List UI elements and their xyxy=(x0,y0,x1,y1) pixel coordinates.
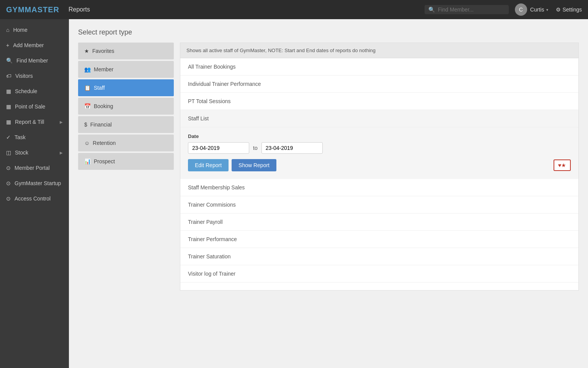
report-layout: ★ Favorites 👥 Member 📋 Staff 📅 Booking $ xyxy=(78,43,579,291)
sidebar-item-label: Add Member xyxy=(13,42,44,48)
settings-button[interactable]: ⚙ Settings xyxy=(554,7,582,13)
sidebar-item-add-member[interactable]: + Add Member xyxy=(0,38,69,53)
sidebar-item-label: Member Portal xyxy=(15,165,50,171)
sidebar-item-gymmaster-startup[interactable]: ⊙ GymMaster Startup xyxy=(0,176,69,191)
chevron-down-icon[interactable]: ▾ xyxy=(546,8,548,12)
search-icon: 🔍 xyxy=(6,58,13,64)
home-icon: ⌂ xyxy=(6,27,9,33)
sidebar-item-visitors[interactable]: 🏷 Visitors xyxy=(0,68,69,84)
date-end-input[interactable] xyxy=(261,142,323,154)
sidebar: ⌂ Home + Add Member 🔍 Find Member 🏷 Visi… xyxy=(0,19,69,368)
topnav: GYMMASTER Reports 🔍 C Curtis ▾ ⚙ Setting… xyxy=(0,0,588,19)
pos-icon: ▦ xyxy=(6,104,11,110)
settings-label: Settings xyxy=(562,7,582,13)
gear-icon: ⚙ xyxy=(556,7,561,13)
stock-icon: ◫ xyxy=(6,150,11,156)
avatar: C xyxy=(515,3,527,16)
sidebar-item-access-control[interactable]: ⊙ Access Control xyxy=(0,191,69,206)
logo-master: MASTER xyxy=(25,5,59,14)
report-menu-item-financial[interactable]: $ Financial xyxy=(78,116,174,133)
report-menu-item-booking[interactable]: 📅 Booking xyxy=(78,98,174,115)
report-menu: ★ Favorites 👥 Member 📋 Staff 📅 Booking $ xyxy=(78,43,174,291)
user-name: Curtis xyxy=(530,7,544,13)
search-input[interactable] xyxy=(438,7,505,13)
dollar-icon: $ xyxy=(84,122,87,128)
report-menu-item-prospect[interactable]: 📊 Prospect xyxy=(78,153,174,170)
sidebar-item-member-portal[interactable]: ⊙ Member Portal xyxy=(0,160,69,176)
search-icon: 🔍 xyxy=(428,7,435,13)
report-menu-item-retention[interactable]: ☺ Retention xyxy=(78,135,174,151)
check-icon: ✓ xyxy=(6,134,11,140)
chevron-right-icon: ▶ xyxy=(60,151,63,155)
staff-icon: 📋 xyxy=(84,85,91,91)
date-section: Date to Edit Report Show Report ♥★ xyxy=(180,127,578,179)
sidebar-item-label: Point of Sale xyxy=(15,104,45,110)
page-title: Reports xyxy=(69,6,90,13)
main-content: Select report type ★ Favorites 👥 Member … xyxy=(69,19,588,368)
user-area: C Curtis ▾ xyxy=(515,3,549,16)
date-to-label: to xyxy=(253,145,258,151)
report-list-item-trainer-performance[interactable]: Trainer Performance xyxy=(180,231,578,248)
sidebar-item-label: Find Member xyxy=(16,58,48,64)
report-list-item-all-trainer-bookings[interactable]: All Trainer Bookings xyxy=(180,58,578,76)
report-list-item-trainer-saturation[interactable]: Trainer Saturation xyxy=(180,248,578,265)
sidebar-item-label: Visitors xyxy=(15,73,33,79)
show-report-button[interactable]: Show Report xyxy=(232,159,276,171)
report-menu-label: Favorites xyxy=(92,48,114,54)
report-list-item-trainer-payroll[interactable]: Trainer Payroll xyxy=(180,214,578,231)
report-menu-item-member[interactable]: 👥 Member xyxy=(78,61,174,78)
member-icon: 👥 xyxy=(84,66,91,72)
report-list-item-trainer-commisions[interactable]: Trainer Commisions xyxy=(180,196,578,214)
plus-icon: + xyxy=(6,42,9,48)
sidebar-item-label: Report & Till xyxy=(15,119,44,125)
lock-icon: ⊙ xyxy=(6,196,11,202)
prospect-icon: 📊 xyxy=(84,158,91,164)
report-list-item-staff-membership-sales[interactable]: Staff Membership Sales xyxy=(180,179,578,196)
report-menu-label: Member xyxy=(94,66,113,72)
sidebar-item-task[interactable]: ✓ Task xyxy=(0,130,69,145)
sidebar-item-label: Schedule xyxy=(15,88,37,94)
sidebar-item-label: GymMaster Startup xyxy=(15,180,61,186)
edit-report-button[interactable]: Edit Report xyxy=(188,159,229,171)
star-icon: ★ xyxy=(84,48,89,54)
startup-icon: ⊙ xyxy=(6,180,11,186)
chevron-right-icon: ▶ xyxy=(60,120,63,124)
sidebar-item-home[interactable]: ⌂ Home xyxy=(0,22,69,38)
report-menu-item-staff[interactable]: 📋 Staff xyxy=(78,79,174,96)
sidebar-item-point-of-sale[interactable]: ▦ Point of Sale xyxy=(0,99,69,114)
sidebar-item-schedule[interactable]: ▦ Schedule xyxy=(0,84,69,99)
favorite-button[interactable]: ♥★ xyxy=(554,159,571,171)
staff-list-label: Staff List xyxy=(188,115,209,122)
search-area[interactable]: 🔍 xyxy=(425,5,509,14)
report-menu-label: Booking xyxy=(94,103,113,109)
logo: GYMMASTER xyxy=(6,5,59,14)
grid-icon: ▦ xyxy=(6,88,11,94)
report-menu-item-favorites[interactable]: ★ Favorites xyxy=(78,43,174,59)
date-start-input[interactable] xyxy=(188,142,249,154)
sidebar-item-label: Task xyxy=(15,134,26,140)
heart-star-icon: ♥★ xyxy=(558,162,566,168)
sidebar-item-label: Stock xyxy=(15,150,28,156)
report-menu-label: Financial xyxy=(90,122,112,128)
logo-gym: GYM xyxy=(6,5,25,14)
date-label: Date xyxy=(188,133,571,139)
report-info: Shows all active staff of GymMaster, NOT… xyxy=(180,43,578,58)
sidebar-item-stock[interactable]: ◫ Stock ▶ xyxy=(0,145,69,160)
report-icon: ▦ xyxy=(6,119,11,125)
tag-icon: 🏷 xyxy=(6,73,11,79)
report-list-item-pt-total-sessions[interactable]: PT Total Sessions xyxy=(180,93,578,110)
report-list-item-visitor-log-of-trainer[interactable]: Visitor log of Trainer xyxy=(180,265,578,283)
report-select-title: Select report type xyxy=(78,28,579,36)
sidebar-item-label: Access Control xyxy=(15,196,51,202)
portal-icon: ⊙ xyxy=(6,165,11,171)
sidebar-item-report-till[interactable]: ▦ Report & Till ▶ xyxy=(0,114,69,130)
sidebar-item-find-member[interactable]: 🔍 Find Member xyxy=(0,53,69,68)
report-panel: Shows all active staff of GymMaster, NOT… xyxy=(180,43,579,291)
report-menu-label: Retention xyxy=(93,140,116,146)
sidebar-item-label: Home xyxy=(13,27,27,33)
report-list-item-individual-trainer-performance[interactable]: Individual Trainer Performance xyxy=(180,76,578,93)
report-menu-label: Staff xyxy=(94,85,105,91)
retention-icon: ☺ xyxy=(84,140,90,146)
booking-icon: 📅 xyxy=(84,103,91,109)
report-list-item-staff-list[interactable]: Staff List xyxy=(180,110,578,127)
